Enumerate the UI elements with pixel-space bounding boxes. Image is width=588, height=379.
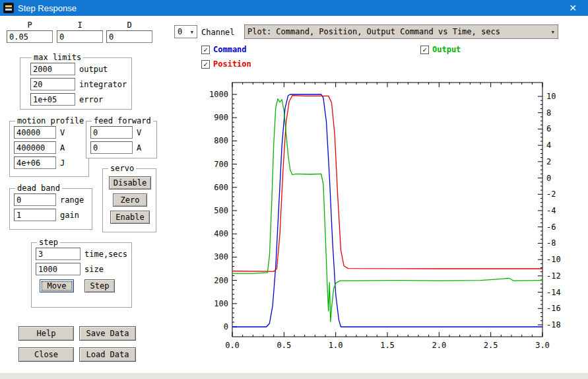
- servo-group: servo Disable Zero Enable: [102, 164, 156, 232]
- svg-text:4: 4: [546, 141, 551, 150]
- channel-select[interactable]: 0 ▾: [174, 25, 197, 38]
- close-button[interactable]: ✕: [558, 0, 588, 16]
- max-output-label: output: [79, 65, 108, 74]
- plot-mode-value: Plot: Command, Position, Output Command …: [247, 27, 500, 36]
- velocity-label: V: [60, 128, 65, 137]
- svg-text:0.0: 0.0: [225, 341, 240, 350]
- window-title: Step Response: [18, 3, 77, 13]
- move-button[interactable]: Move: [40, 279, 74, 293]
- chevron-down-icon: ▾: [189, 28, 194, 36]
- command-checkbox-label: Command: [213, 45, 247, 54]
- svg-text:10: 10: [546, 92, 556, 101]
- ff-velocity-label: V: [137, 128, 141, 137]
- svg-text:0: 0: [224, 322, 228, 331]
- checkbox-check-icon: ✓: [201, 60, 210, 69]
- help-button[interactable]: Help: [18, 326, 74, 341]
- svg-text:6: 6: [546, 124, 551, 133]
- step-response-window: Step Response ✕ P I D 0 ▾ Channel Plot: …: [0, 0, 588, 379]
- dead-band-group: dead band range gain: [9, 184, 92, 230]
- max-output-input[interactable]: [30, 63, 75, 75]
- servo-enable-button[interactable]: Enable: [110, 211, 150, 224]
- channel-label: Channel: [201, 28, 235, 37]
- i-input[interactable]: [57, 30, 103, 43]
- svg-text:700: 700: [214, 160, 228, 169]
- series-command: [232, 94, 542, 327]
- p-input[interactable]: [7, 30, 53, 43]
- svg-text:100: 100: [214, 299, 228, 308]
- step-title: step: [37, 238, 60, 247]
- svg-text:900: 900: [214, 113, 228, 122]
- max-integrator-label: integrator: [79, 80, 127, 89]
- output-checkbox-label: Output: [432, 45, 461, 54]
- save-data-button[interactable]: Save Data: [79, 326, 136, 341]
- step-size-label: size: [84, 265, 104, 274]
- svg-text:500: 500: [214, 206, 228, 215]
- step-size-input[interactable]: [36, 263, 81, 275]
- max-limits-group: max limits output integrator error: [20, 53, 132, 110]
- dead-band-gain-label: gain: [60, 211, 79, 220]
- checkbox-check-icon: ✓: [420, 46, 429, 54]
- motion-profile-group: motion profile V A J: [9, 116, 89, 177]
- ff-velocity-input[interactable]: [90, 126, 133, 139]
- step-response-chart: 0.00.51.01.52.02.53.00100200300400500600…: [198, 73, 581, 363]
- ff-acceleration-label: A: [137, 143, 141, 153]
- servo-title: servo: [108, 164, 136, 173]
- close-window-button[interactable]: Close: [18, 347, 74, 362]
- command-checkbox[interactable]: ✓ Command: [201, 45, 247, 54]
- channel-value: 0: [178, 27, 182, 36]
- svg-text:-6: -6: [546, 223, 556, 232]
- svg-text:-18: -18: [546, 320, 561, 329]
- svg-text:800: 800: [214, 136, 228, 145]
- max-error-label: error: [79, 95, 103, 104]
- p-label: P: [7, 20, 53, 30]
- svg-text:1000: 1000: [209, 90, 228, 99]
- load-data-button[interactable]: Load Data: [79, 347, 136, 362]
- velocity-input[interactable]: [14, 126, 56, 139]
- svg-text:200: 200: [214, 276, 228, 285]
- svg-text:300: 300: [214, 252, 228, 261]
- motion-profile-title: motion profile: [15, 116, 86, 125]
- d-input[interactable]: [106, 30, 152, 43]
- plot-mode-select[interactable]: Plot: Command, Position, Output Command …: [244, 24, 558, 39]
- servo-disable-button[interactable]: Disable: [109, 176, 151, 190]
- svg-text:1.5: 1.5: [380, 341, 395, 350]
- dead-band-range-input[interactable]: [14, 193, 56, 206]
- svg-text:-8: -8: [546, 238, 556, 248]
- svg-text:1.0: 1.0: [329, 341, 343, 350]
- output-checkbox[interactable]: ✓ Output: [420, 45, 461, 54]
- svg-text:-10: -10: [546, 255, 561, 264]
- svg-text:2: 2: [546, 157, 551, 166]
- step-time-input[interactable]: [36, 248, 81, 260]
- feed-forward-title: feed forward: [92, 116, 153, 125]
- step-time-label: time,secs: [84, 250, 127, 259]
- app-icon: [3, 3, 14, 13]
- max-error-input[interactable]: [30, 93, 75, 106]
- svg-text:0: 0: [546, 174, 551, 183]
- bottom-edge: [0, 373, 588, 379]
- titlebar[interactable]: Step Response ✕: [0, 0, 588, 16]
- svg-text:-12: -12: [546, 271, 561, 281]
- max-integrator-input[interactable]: [30, 78, 75, 90]
- position-checkbox-label: Position: [213, 59, 251, 69]
- jerk-input[interactable]: [14, 156, 56, 169]
- d-label: D: [106, 20, 152, 30]
- dead-band-range-label: range: [60, 195, 84, 205]
- max-limits-title: max limits: [32, 53, 83, 62]
- jerk-label: J: [60, 158, 65, 168]
- svg-text:3.0: 3.0: [535, 341, 550, 350]
- position-checkbox[interactable]: ✓ Position: [201, 59, 251, 69]
- feed-forward-group: feed forward V A: [86, 116, 157, 158]
- checkbox-check-icon: ✓: [201, 46, 210, 54]
- dead-band-gain-input[interactable]: [14, 209, 56, 221]
- svg-text:-4: -4: [546, 206, 556, 215]
- dead-band-title: dead band: [15, 184, 62, 193]
- servo-zero-button[interactable]: Zero: [113, 193, 147, 207]
- acceleration-label: A: [60, 143, 65, 153]
- step-group: step time,secs size Move Step: [31, 238, 132, 308]
- step-button[interactable]: Step: [84, 279, 115, 293]
- svg-text:-14: -14: [546, 288, 561, 297]
- ff-acceleration-input[interactable]: [90, 141, 133, 154]
- i-label: I: [57, 20, 103, 30]
- svg-text:2.5: 2.5: [484, 341, 498, 350]
- acceleration-input[interactable]: [14, 141, 56, 154]
